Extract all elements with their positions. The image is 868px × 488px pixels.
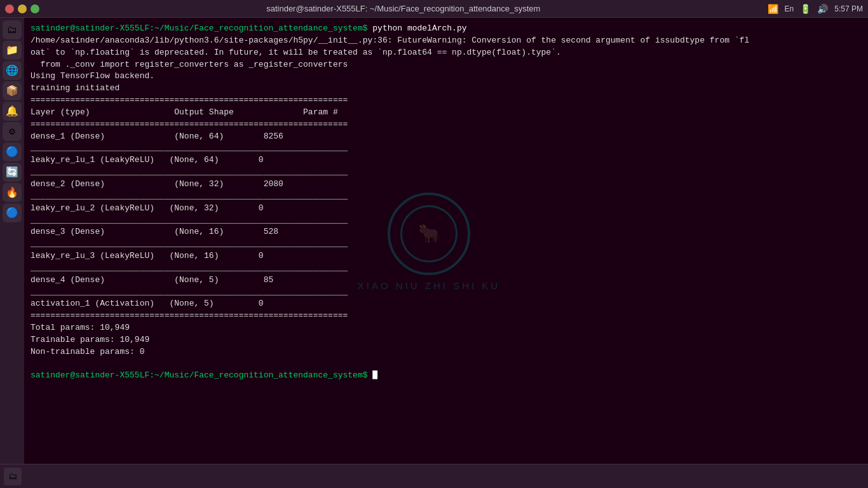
layer-row-2: dense_2 (Dense) (None, 32) 2080	[31, 179, 862, 191]
taskbar: 🗂	[0, 464, 868, 488]
maximize-button[interactable]	[31, 4, 39, 13]
non-trainable-params: Non-trainable params: 0	[31, 346, 862, 358]
layer-row-4: dense_3 (Dense) (None, 16) 528	[31, 226, 862, 238]
titlebar: satinder@satinder-X555LF: ~/Music/Face_r…	[0, 0, 868, 18]
wifi-icon: 📶	[768, 4, 778, 14]
layer-row-7: activation_1 (Activation) (None, 5) 0	[31, 298, 862, 310]
sidebar-icon-3[interactable]: 📦	[3, 81, 22, 100]
row-divider-1: ________________________________________…	[31, 166, 862, 179]
header-separator: ========================================…	[31, 95, 862, 107]
prompt2: satinder@satinder-X555LF:~/Music/Face_re…	[31, 370, 368, 380]
sidebar-icon-9[interactable]: 🔵	[3, 203, 22, 222]
sidebar-icon-8[interactable]: 🔥	[3, 183, 22, 202]
trainable-params: Trainable params: 10,949	[31, 334, 862, 346]
window-title: satinder@satinder-X555LF: ~/Music/Face_r…	[266, 4, 540, 13]
row-divider-2: ________________________________________…	[31, 191, 862, 203]
minimize-button[interactable]	[18, 4, 27, 13]
column-header: Layer (type) Output Shape Param #	[31, 107, 862, 119]
sidebar: 🗂📁🌐📦🔔⚙🔵🔄🔥🔵	[0, 18, 24, 464]
blank-line	[31, 358, 862, 370]
layer-rows: dense_1 (Dense) (None, 64) 8256 ________…	[31, 131, 862, 311]
system-tray: 📶 En 🔋 🔊 5:57 PM	[768, 4, 863, 14]
warning-line1: /home/satinder/anaconda3/lib/python3.6/s…	[31, 35, 862, 47]
warning-line3: from ._conv import register_converters a…	[31, 59, 862, 71]
sidebar-icon-1[interactable]: 📁	[3, 41, 22, 60]
layer-row-6: dense_4 (Dense) (None, 5) 85	[31, 274, 862, 287]
training-line: training initiated	[31, 83, 862, 95]
close-button[interactable]	[5, 4, 14, 13]
warning-line2: oat` to `np.floating` is deprecated. In …	[31, 47, 862, 59]
prompt2-line: satinder@satinder-X555LF:~/Music/Face_re…	[31, 370, 862, 382]
backend-line: Using TensorFlow backend.	[31, 71, 862, 83]
row-divider-5: ________________________________________…	[31, 262, 862, 274]
taskbar-files-icon[interactable]: 🗂	[4, 468, 22, 485]
terminal-window[interactable]: satinder@satinder-X555LF:~/Music/Face_re…	[24, 18, 868, 464]
battery-icon: 🔋	[800, 4, 811, 14]
total-params: Total params: 10,949	[31, 322, 862, 334]
row-divider-4: ________________________________________…	[31, 238, 862, 250]
row-divider-6: ________________________________________…	[31, 287, 862, 299]
col-separator: ========================================…	[31, 119, 862, 131]
final-separator: ========================================…	[31, 310, 862, 322]
row-divider-0: ________________________________________…	[31, 142, 862, 154]
clock: 5:57 PM	[834, 4, 863, 13]
cursor-block: █	[368, 370, 378, 380]
layer-row-3: leaky_re_lu_2 (LeakyReLU) (None, 32) 0	[31, 203, 862, 215]
sidebar-icon-2[interactable]: 🌐	[3, 61, 22, 80]
volume-icon: 🔊	[817, 4, 828, 14]
keyboard-layout: En	[785, 4, 794, 13]
prompt1: satinder@satinder-X555LF:~/Music/Face_re…	[31, 24, 368, 33]
layer-row-0: dense_1 (Dense) (None, 64) 8256	[31, 131, 862, 143]
row-divider-3: ________________________________________…	[31, 215, 862, 227]
titlebar-left	[5, 4, 39, 13]
command-line: satinder@satinder-X555LF:~/Music/Face_re…	[31, 23, 862, 35]
sidebar-icon-4[interactable]: 🔔	[3, 102, 22, 121]
layer-row-1: leaky_re_lu_1 (LeakyReLU) (None, 64) 0	[31, 154, 862, 166]
sidebar-icon-0[interactable]: 🗂	[3, 20, 22, 39]
sidebar-icon-5[interactable]: ⚙	[3, 122, 22, 141]
sidebar-icon-6[interactable]: 🔵	[3, 142, 22, 161]
layer-row-5: leaky_re_lu_3 (LeakyReLU) (None, 16) 0	[31, 250, 862, 262]
command: python modelArch.py	[368, 24, 467, 33]
sidebar-icon-7[interactable]: 🔄	[3, 163, 22, 182]
